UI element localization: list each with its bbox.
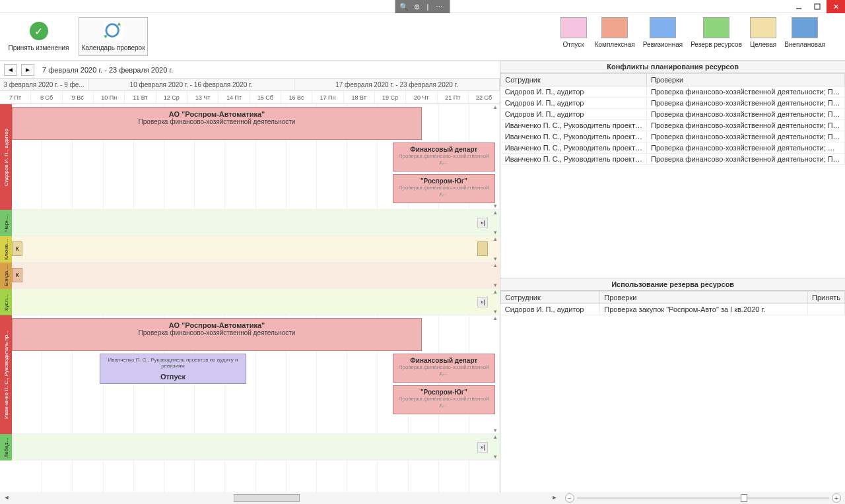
window-close-button[interactable]: ✕ (827, 0, 845, 13)
cell-employee: Иванченко П. С., Руководитель проект… (501, 154, 647, 165)
conflicts-grid[interactable]: Сотрудник Проверки Сидоров И. П., аудито… (500, 73, 845, 278)
scroll-left-icon[interactable]: ◄ (3, 494, 11, 502)
legend-label: Ревизионная (643, 41, 683, 48)
row-scroll[interactable]: ▲▼ (490, 315, 500, 433)
col-accept[interactable]: Принять (808, 292, 845, 304)
week-header[interactable]: 17 февраля 2020 г. - 23 февраля 2020 г. (294, 79, 500, 90)
row-scroll[interactable]: ▲▼ (490, 434, 500, 460)
day-header[interactable]: 17 Пн (312, 91, 343, 104)
gantt-row-ivanchenko[interactable]: АО "Роспром-Автоматика" Проверка финансо… (12, 315, 500, 434)
bar-rosprom-yug-2[interactable]: "Роспром-Юг" Проверка финансово-хозяйств… (393, 385, 495, 414)
table-row[interactable]: Иванченко П. С., Руководитель проект…Про… (501, 142, 845, 154)
row-expand-icon[interactable]: »| (477, 442, 488, 453)
nav-next-button[interactable]: ► (21, 64, 34, 76)
window-minimize-button[interactable] (790, 0, 808, 13)
gantt-row-chern[interactable]: »| ▲▼ (12, 210, 500, 236)
legend-label: Комплексная (595, 41, 635, 48)
table-row[interactable]: Иванченко П. С., Руководитель проект…Про… (501, 131, 845, 142)
gantt-row-bonda[interactable]: К ▲▼ (12, 263, 500, 289)
row-scroll[interactable]: ▲▼ (490, 104, 500, 209)
row-label-sidorov[interactable]: Сидоров И. П., аудитор (0, 104, 12, 210)
day-header[interactable]: 11 Вт (125, 91, 156, 104)
day-header[interactable]: 22 Сб (469, 91, 500, 104)
day-header[interactable]: 9 Вс (63, 91, 94, 104)
row-expand-icon[interactable]: »| (477, 297, 488, 307)
row-label-kusl[interactable]: Кусл… (0, 289, 12, 315)
day-header[interactable]: 10 Пн (94, 91, 125, 104)
row-scroll[interactable]: ▲▼ (490, 263, 500, 288)
legend-swatch-icon (703, 17, 729, 38)
bar-rosprom-auto-1[interactable]: АО "Роспром-Автоматика" Проверка финансо… (12, 107, 422, 140)
legend-item-5: Внеплановая (784, 17, 825, 56)
horizontal-scrollbar[interactable]: ◄ ► (3, 494, 558, 502)
accept-changes-label: Принять изменения (8, 44, 69, 51)
legend-label: Отпуск (563, 41, 584, 48)
gantt-row-kusl[interactable]: »| ▲▼ (12, 289, 500, 315)
cell-checks: Проверка финансово-хозяйственной деятель… (647, 142, 845, 154)
row-scroll[interactable]: ▲▼ (490, 236, 500, 262)
cell-employee: Сидоров И. П., аудитор (501, 98, 647, 109)
zoom-out-button[interactable]: − (565, 493, 574, 503)
cell-employee: Сидоров И. П., аудитор (501, 109, 647, 120)
zoom-in-button[interactable]: + (832, 493, 841, 503)
day-header[interactable]: 12 Ср (156, 91, 187, 104)
day-header[interactable]: 8 Сб (31, 91, 62, 104)
zoom-handle[interactable] (741, 494, 747, 502)
table-row[interactable]: Сидоров И. П., аудиторПроверка финансово… (501, 98, 845, 109)
col-employee[interactable]: Сотрудник (501, 74, 647, 86)
calendar-checks-button[interactable]: Календарь проверок (79, 17, 148, 56)
legend-swatch-icon (792, 17, 818, 38)
week-header[interactable]: 10 февраля 2020 г. - 16 февраля 2020 г. (88, 79, 294, 90)
day-header[interactable]: 19 Ср (375, 91, 406, 104)
table-row[interactable]: Сидоров И. П., аудиторПроверка финансово… (501, 86, 845, 98)
table-row[interactable]: Сидоров И. П., аудиторПроверка закупок "… (501, 304, 845, 315)
bar-fin-dept-2[interactable]: Финансовый департ Проверка финансово-хоз… (393, 354, 495, 383)
row-scroll[interactable]: ▲▼ (490, 210, 500, 236)
row-scroll[interactable]: ▲▼ (490, 289, 500, 315)
day-header[interactable]: 18 Вт (344, 91, 375, 104)
row-label-ivanchenko[interactable]: Иванченко П. С., Руководитель пр... (0, 315, 12, 434)
gantt-row-lebed[interactable]: »| ▲▼ (12, 434, 500, 460)
scroll-right-icon[interactable]: ► (551, 494, 558, 502)
bar-rosprom-yug-1[interactable]: "Роспром-Юг" Проверка финансово-хозяйств… (393, 174, 495, 203)
svg-rect-1 (815, 4, 820, 9)
zoom-in-icon[interactable]: 🔍 (399, 3, 411, 11)
row-label-klyuev[interactable]: Клюев… (0, 236, 12, 263)
table-row[interactable]: Сидоров И. П., аудиторПроверка финансово… (501, 109, 845, 120)
cell-accept[interactable] (808, 304, 845, 315)
legend-item-4: Целевая (750, 17, 776, 56)
day-header[interactable]: 15 Сб (250, 91, 281, 104)
reserve-grid[interactable]: Сотрудник Проверки Принять Сидоров И. П.… (500, 291, 845, 492)
table-row[interactable]: Иванченко П. С., Руководитель проект…Про… (501, 154, 845, 165)
gantt-row-klyuev[interactable]: К ▲▼ (12, 236, 500, 263)
bar-fin-dept-1[interactable]: Финансовый департ Проверка финансово-хоз… (393, 142, 495, 172)
scroll-thumb[interactable] (234, 494, 300, 502)
gantt-row-sidorov[interactable]: АО "Роспром-Автоматика" Проверка финансо… (12, 104, 500, 210)
day-header[interactable]: 16 Вс (281, 91, 312, 104)
accept-changes-button[interactable]: ✓ Принять изменения (4, 17, 73, 56)
row-label-bonda[interactable]: Бонда… (0, 263, 12, 289)
day-header[interactable]: 13 Чт (187, 91, 219, 104)
week-header[interactable]: 3 февраля 2020 г. - 9 фе... (0, 79, 88, 90)
row-tail-icon[interactable] (477, 241, 488, 256)
day-header[interactable]: 14 Пт (219, 91, 250, 104)
col-employee[interactable]: Сотрудник (501, 292, 600, 304)
legend-label: Резерв ресурсов (691, 41, 742, 48)
window-maximize-button[interactable] (808, 0, 827, 13)
col-checks[interactable]: Проверки (647, 74, 845, 86)
day-header[interactable]: 21 Пт (438, 91, 469, 104)
row-label-lebed[interactable]: Лебед… (0, 434, 12, 460)
row-expand-icon[interactable]: »| (477, 218, 488, 228)
row-handle-icon[interactable]: К (12, 268, 22, 282)
zoom-slider[interactable]: − + (561, 493, 845, 503)
bar-vacation[interactable]: Иванченко П. С., Руководитель проектов п… (100, 354, 246, 384)
bar-person: Иванченко П. С., Руководитель проектов п… (106, 357, 240, 369)
day-header[interactable]: 7 Пт (0, 91, 31, 104)
col-checks[interactable]: Проверки (600, 292, 808, 304)
row-label-chern[interactable]: Черн… (0, 210, 12, 236)
bar-rosprom-auto-2[interactable]: АО "Роспром-Автоматика" Проверка финансо… (12, 318, 422, 351)
table-row[interactable]: Иванченко П. С., Руководитель проект…Про… (501, 120, 845, 131)
row-handle-icon[interactable]: К (12, 241, 22, 256)
day-header[interactable]: 20 Чт (406, 91, 437, 104)
nav-prev-button[interactable]: ◄ (4, 64, 17, 76)
